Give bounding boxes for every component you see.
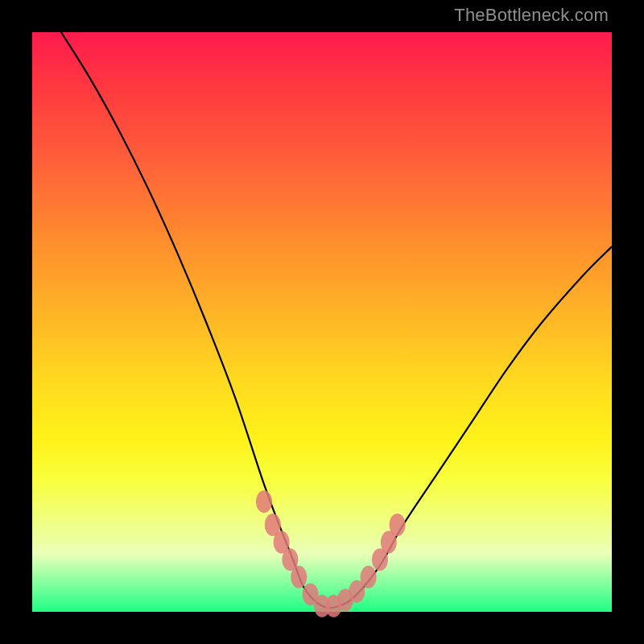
- watermark-label: TheBottleneck.com: [454, 5, 609, 26]
- highlight-marker: [256, 490, 272, 513]
- chart-svg: [32, 32, 612, 612]
- highlight-marker: [291, 566, 307, 588]
- chart-frame: TheBottleneck.com: [0, 0, 644, 644]
- highlight-marker: [361, 566, 377, 588]
- curve-line: [61, 32, 612, 608]
- plot-area: [32, 32, 612, 612]
- marker-group: [256, 490, 406, 617]
- highlight-marker: [390, 514, 406, 536]
